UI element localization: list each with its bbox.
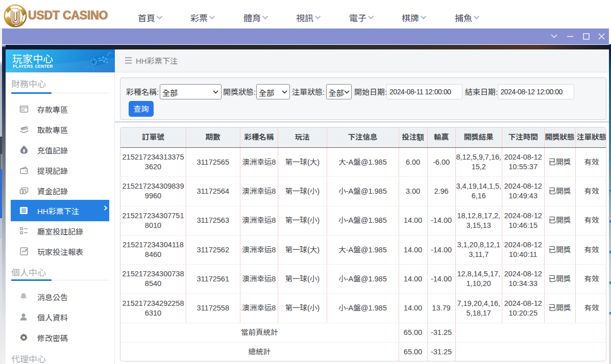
- svg-text:Casino: Casino: [11, 23, 20, 26]
